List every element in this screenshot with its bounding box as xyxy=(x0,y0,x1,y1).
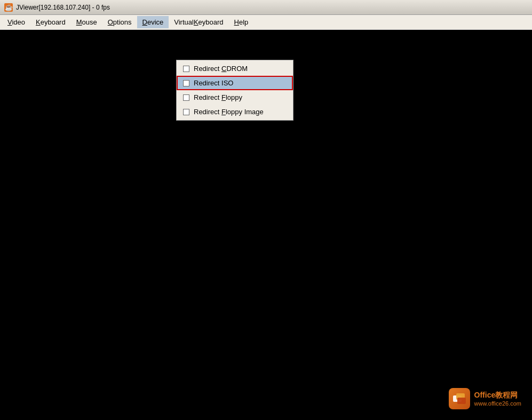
menu-item-options[interactable]: Options xyxy=(102,16,137,28)
app-icon: ☕ xyxy=(4,3,13,12)
dropdown-item-redirect-cdrom[interactable]: Redirect CDROM xyxy=(177,61,293,76)
redirect-floppy-label: Redirect Floppy xyxy=(194,93,242,101)
watermark-text: Office教程网 www.office26.com xyxy=(474,391,521,407)
office-logo-svg xyxy=(452,391,467,406)
dropdown-item-redirect-floppy[interactable]: Redirect Floppy xyxy=(177,90,293,105)
watermark-site: Office教程网 xyxy=(474,391,521,400)
watermark: Office教程网 www.office26.com xyxy=(449,388,521,409)
redirect-iso-label: Redirect ISO xyxy=(194,79,233,87)
checkbox-redirect-floppy xyxy=(183,94,189,101)
watermark-icon xyxy=(449,388,470,409)
svg-rect-2 xyxy=(457,398,466,404)
redirect-floppy-image-label: Redirect Floppy Image xyxy=(194,108,264,116)
title-bar: ☕ JViewer[192.168.107.240] - 0 fps xyxy=(0,0,532,15)
title-bar-text: JViewer[192.168.107.240] - 0 fps xyxy=(16,4,110,11)
menu-item-virtual-keyboard[interactable]: VirtualKeyboard xyxy=(169,16,228,28)
menu-item-video[interactable]: Video xyxy=(2,16,30,28)
dropdown-item-redirect-iso[interactable]: Redirect ISO xyxy=(177,76,293,90)
menu-item-keyboard[interactable]: Keyboard xyxy=(30,16,71,28)
menu-item-help[interactable]: Help xyxy=(229,16,254,28)
dropdown-item-redirect-floppy-image[interactable]: Redirect Floppy Image xyxy=(177,105,293,119)
checkbox-redirect-floppy-image xyxy=(183,109,189,115)
menu-item-device[interactable]: Device xyxy=(137,16,169,28)
watermark-url: www.office26.com xyxy=(474,400,521,407)
menu-bar: Video Keyboard Mouse Options Device Virt… xyxy=(0,15,532,30)
menu-item-mouse[interactable]: Mouse xyxy=(71,16,102,28)
checkbox-redirect-cdrom xyxy=(183,66,189,72)
redirect-cdrom-label: Redirect CDROM xyxy=(194,65,248,73)
checkbox-redirect-iso xyxy=(183,80,189,86)
main-content: Redirect CDROM Redirect ISO Redirect Flo… xyxy=(0,30,532,420)
device-dropdown: Redirect CDROM Redirect ISO Redirect Flo… xyxy=(176,60,293,121)
